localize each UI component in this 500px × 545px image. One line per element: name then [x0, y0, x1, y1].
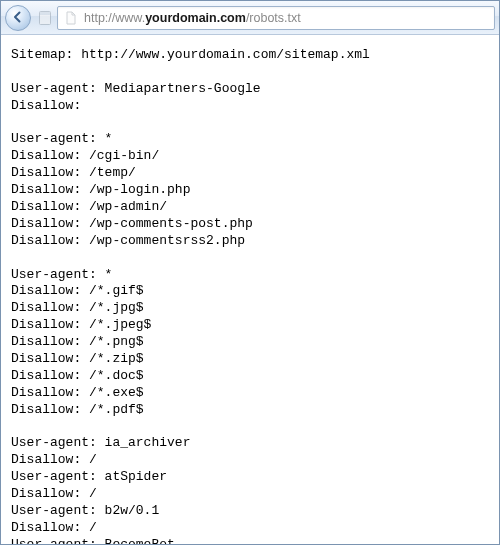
url-domain: yourdomain.com	[145, 11, 246, 25]
page-icon	[37, 10, 53, 26]
address-bar[interactable]: http://www.yourdomain.com/robots.txt	[57, 6, 495, 30]
document-icon	[64, 11, 78, 25]
svg-rect-1	[40, 12, 50, 15]
browser-window: http://www.yourdomain.com/robots.txt Sit…	[0, 0, 500, 545]
back-button[interactable]	[5, 5, 31, 31]
page-content: Sitemap: http://www.yourdomain.com/sitem…	[1, 35, 499, 544]
address-text: http://www.yourdomain.com/robots.txt	[84, 11, 488, 25]
url-www: www.	[115, 11, 145, 25]
url-protocol: http://	[84, 11, 115, 25]
arrow-left-icon	[12, 9, 24, 27]
robots-txt-body: Sitemap: http://www.yourdomain.com/sitem…	[11, 47, 489, 544]
url-path: /robots.txt	[246, 11, 301, 25]
navigation-bar: http://www.yourdomain.com/robots.txt	[1, 1, 499, 35]
